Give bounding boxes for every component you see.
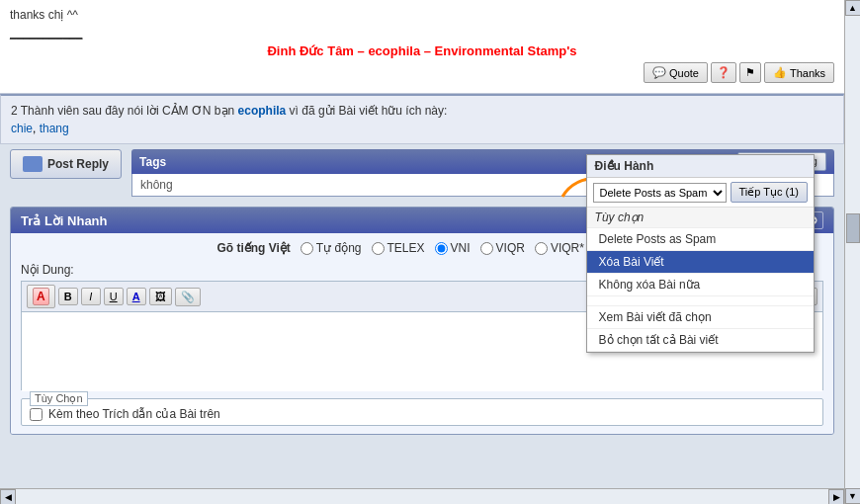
dropdown-select-row: Delete Posts as Spam Tiếp Tục (1): [587, 178, 814, 208]
scroll-thumb[interactable]: [846, 213, 860, 243]
radio-viqr-star-input[interactable]: [535, 242, 548, 255]
member-chie-link[interactable]: chie: [11, 122, 33, 135]
image-icon: 🖼: [155, 291, 166, 302]
tuy-chon-options: Tùy Chọn Kèm theo Trích dẫn của Bài trên: [21, 398, 823, 426]
radio-viqr[interactable]: VIQR: [480, 241, 525, 255]
scroll-right-button[interactable]: ▶: [828, 489, 844, 505]
dropdown-item-empty: [587, 296, 814, 306]
dropdown-item-2[interactable]: Không xóa Bài nữa: [587, 274, 814, 296]
extra-button-2[interactable]: ⚑: [739, 62, 761, 83]
radio-tu-dong-input[interactable]: [301, 242, 313, 255]
extra-button-1[interactable]: ❓: [711, 62, 736, 83]
radio-telex[interactable]: TELEX: [372, 241, 425, 255]
tiep-tuc-button[interactable]: Tiếp Tục (1): [731, 182, 808, 203]
ecophila-link[interactable]: ecophila: [238, 104, 287, 118]
author-line: Đinh Đức Tâm – ecophila – Environmental …: [10, 43, 834, 58]
scroll-down-button[interactable]: ▼: [845, 488, 861, 504]
attach-icon: 📎: [181, 291, 195, 302]
member-thang-link[interactable]: thang: [40, 122, 69, 135]
scroll-h-track: [16, 489, 828, 505]
toolbar-underline-btn[interactable]: U: [104, 288, 124, 305]
toolbar-image-btn[interactable]: 🖼: [149, 288, 172, 305]
dropdown-item-0[interactable]: Delete Posts as Spam: [587, 228, 814, 251]
toolbar-bold-btn[interactable]: B: [58, 288, 78, 305]
scroll-left-button[interactable]: ◀: [0, 489, 16, 505]
reply-icon: [23, 156, 43, 172]
tuy-chon-legend: Tùy Chọn: [30, 391, 88, 406]
radio-telex-input[interactable]: [372, 242, 385, 255]
scroll-up-button[interactable]: ▲: [845, 0, 861, 16]
toolbar-a-btn[interactable]: A: [27, 285, 55, 308]
member-links: chie, thang: [11, 122, 833, 135]
quote-icon: 💬: [652, 66, 666, 79]
thanks-button[interactable]: 👍 Thanks: [764, 62, 834, 83]
go-tieng-viet-label: Gõ tiếng Việt: [216, 241, 290, 255]
dropdown-menu: Điều Hành Delete Posts as Spam Tiếp Tục …: [586, 154, 815, 353]
include-quote-checkbox[interactable]: [30, 408, 43, 421]
info-icon: ❓: [717, 66, 731, 78]
color-a-icon: A: [33, 288, 49, 305]
scroll-track: [845, 16, 861, 488]
top-section: thanks chị ^^ ___________ Đinh Đức Tâm –…: [0, 0, 844, 94]
radio-group: Tự động TELEX VNI VIQR: [301, 241, 628, 255]
color-font-icon: A: [132, 291, 140, 302]
quote-button[interactable]: 💬 Quote: [644, 62, 708, 83]
dropdown-item-1[interactable]: Xóa Bài Viết: [587, 251, 814, 274]
scrollbar-bottom: ◀ ▶: [0, 488, 844, 504]
toolbar-color-btn[interactable]: A: [127, 288, 146, 305]
radio-vni-input[interactable]: [435, 242, 448, 255]
radio-vni[interactable]: VNI: [435, 241, 471, 255]
thanks-icon: 👍: [773, 66, 787, 79]
radio-viqr-input[interactable]: [480, 242, 493, 255]
dropdown-item-4[interactable]: Xem Bài viết đã chọn: [587, 306, 814, 329]
action-bar: Post Reply Tags Chỉnh sửa Tag không Điều…: [0, 144, 844, 202]
scrollbar-right: ▲ ▼: [844, 0, 860, 504]
tuy-chon-content: Kèm theo Trích dẫn của Bài trên: [30, 407, 815, 421]
action-buttons: 💬 Quote ❓ ⚑ 👍 Thanks: [10, 58, 834, 85]
toolbar-italic-btn[interactable]: I: [81, 288, 101, 305]
radio-viqr-star[interactable]: VIQR*: [535, 241, 584, 255]
main-wrapper: thanks chị ^^ ___________ Đinh Đức Tâm –…: [0, 0, 860, 504]
toolbar-attach-btn[interactable]: 📎: [175, 288, 201, 306]
underline-text: ___________: [10, 26, 834, 40]
tuy-chon-header: Tùy chọn: [587, 208, 814, 228]
dropdown-header: Điều Hành: [587, 155, 814, 178]
radio-tu-dong[interactable]: Tự động: [301, 241, 362, 255]
post-reply-button[interactable]: Post Reply: [10, 149, 122, 179]
thanks-section: 2 Thành viên sau đây nói lời CẢM ƠN bạn …: [0, 94, 844, 144]
dropdown-item-5[interactable]: Bỏ chọn tất cả Bài viết: [587, 329, 814, 352]
thanks-header: 2 Thành viên sau đây nói lời CẢM ƠN bạn …: [11, 104, 833, 118]
thanks-text: thanks chị ^^: [10, 8, 834, 22]
action-select[interactable]: Delete Posts as Spam: [593, 183, 727, 203]
flag-icon: ⚑: [745, 66, 755, 78]
content-area: thanks chị ^^ ___________ Đinh Đức Tâm –…: [0, 0, 844, 488]
